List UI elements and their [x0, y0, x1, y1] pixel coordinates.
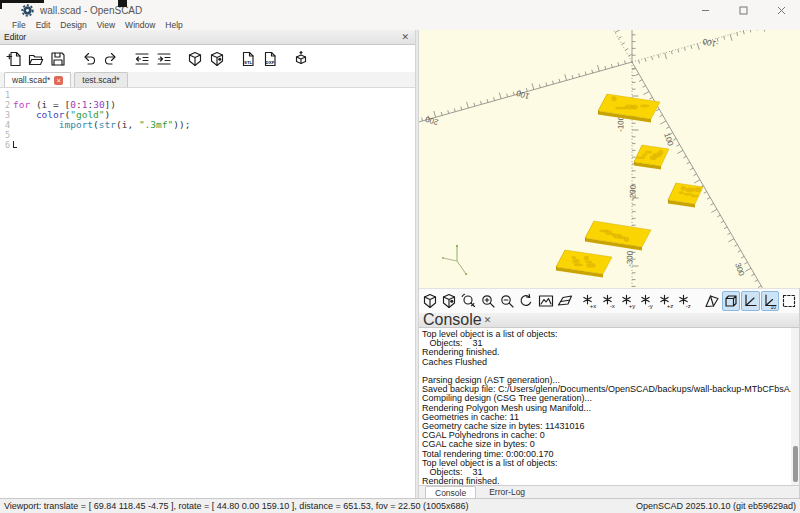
svg-text:-z: -z [686, 303, 691, 309]
view-left-button[interactable]: -x [600, 291, 618, 311]
line-number: 2 [0, 100, 13, 110]
code-line: 4 import(str(i, ".3mf")); [0, 120, 415, 130]
minimize-button[interactable] [686, 0, 724, 20]
perspective-icon [704, 293, 720, 309]
editor-close-icon[interactable]: ✕ [399, 33, 411, 42]
view-right-button[interactable]: +x [581, 291, 599, 311]
3d-viewport[interactable]: 100200-100100300-100-200-300 [419, 30, 800, 288]
editor-tab-test-scad-[interactable]: test.scad* [74, 72, 127, 87]
export-dxf-icon: DXF [262, 51, 278, 67]
bottom-tab-error-log[interactable]: Error-Log [480, 486, 534, 498]
status-bar: Viewport: translate = [ 69.84 118.45 -4.… [0, 498, 800, 513]
menu-help[interactable]: Help [160, 20, 187, 30]
show-axes-button[interactable] [741, 291, 759, 311]
line-number: 3 [0, 110, 13, 120]
console-scrollbar-thumb[interactable] [793, 446, 798, 482]
render-button[interactable] [206, 48, 228, 70]
console-close-icon[interactable]: ✕ [482, 316, 494, 325]
reset-view-button[interactable] [517, 291, 535, 311]
zoom-all-button[interactable] [459, 291, 477, 311]
editor-tab-wall-scad-[interactable]: wall.scad*× [4, 72, 71, 87]
reset-view-icon [518, 293, 534, 309]
preview-button[interactable] [184, 48, 206, 70]
zoom-out-button[interactable] [498, 291, 516, 311]
view-front-button[interactable]: +y [620, 291, 638, 311]
view-back-button[interactable]: -y [639, 291, 657, 311]
new-file-icon [6, 51, 22, 67]
axis-view-icon: -z [678, 293, 694, 309]
editor-panel-header[interactable]: Editor ✕ [0, 30, 415, 45]
viewport-status-text: Viewport: translate = [ 69.84 118.45 -4.… [4, 501, 636, 511]
code-line: 6 [0, 140, 415, 150]
version-text: OpenSCAD 2025.10.10 (git eb59629ad) [636, 501, 796, 511]
axis-tick-label: -200 [628, 184, 638, 201]
console-log[interactable]: Top level object is a list of objects: O… [419, 328, 799, 485]
code-editor[interactable]: 12for (i = [0:1:30])3 color("gold")4 imp… [0, 88, 415, 498]
menu-window[interactable]: Window [120, 20, 160, 30]
axis-view-icon: +x [582, 293, 598, 309]
screen-corner-artifact [0, 0, 44, 3]
zoom-all-icon [461, 293, 477, 309]
menu-design[interactable]: Design [55, 20, 91, 30]
svg-text:10: 10 [770, 304, 776, 310]
preview-button[interactable] [421, 291, 439, 311]
console-panel-title: Console [423, 311, 482, 329]
preview-icon [422, 293, 438, 309]
bottom-tab-console[interactable]: Console [425, 486, 476, 498]
menu-bar: FileEditDesignViewWindowHelp [0, 20, 800, 30]
new-file-button[interactable] [3, 48, 25, 70]
close-button[interactable] [762, 0, 800, 20]
axis-view-icon: +z [659, 293, 675, 309]
openscad-window: wall.scad - OpenSCAD FileEditDesignViewW… [0, 0, 800, 513]
print-3d-icon [293, 51, 309, 67]
print-3d-button[interactable] [290, 48, 312, 70]
view-all-button[interactable] [536, 291, 554, 311]
view-top-button[interactable]: +z [658, 291, 676, 311]
view-bottom-button[interactable]: -z [677, 291, 695, 311]
menu-edit[interactable]: Edit [31, 20, 56, 30]
export-dxf-button[interactable]: DXF [259, 48, 281, 70]
line-number: 4 [0, 120, 13, 130]
export-stl-button[interactable]: STL [237, 48, 259, 70]
svg-text:+x: +x [590, 303, 597, 309]
svg-text:STL: STL [244, 60, 253, 65]
tab-close-icon[interactable]: × [54, 76, 63, 85]
maximize-button[interactable] [724, 0, 762, 20]
menu-view[interactable]: View [92, 20, 120, 30]
view-gizmo-button[interactable] [780, 291, 798, 311]
undo-button[interactable] [78, 48, 100, 70]
editor-tab-bar: wall.scad*×test.scad* [0, 72, 415, 88]
code-token: str [99, 120, 116, 130]
redo-button[interactable] [100, 48, 122, 70]
menu-file[interactable]: File [7, 20, 31, 30]
editor-toolbar: STLDXF [0, 45, 415, 72]
3d-scene: 100200-100100300-100-200-300 [419, 30, 800, 288]
surface-button[interactable] [556, 291, 574, 311]
open-file-icon [28, 51, 44, 67]
openscad-logo-icon [21, 4, 34, 17]
tab-label: test.scad* [82, 75, 119, 85]
show-scale-markers-button[interactable]: 10 [761, 291, 779, 311]
unindent-button[interactable] [131, 48, 153, 70]
render-button[interactable] [440, 291, 458, 311]
text-cursor [13, 141, 17, 148]
console-panel-header[interactable]: Console ✕ [419, 313, 799, 328]
line-number: 5 [0, 130, 13, 140]
show-axes-icon [742, 293, 758, 309]
tab-label: wall.scad* [12, 75, 50, 85]
orthogonal-button[interactable] [722, 291, 740, 311]
axis-view-icon: -x [602, 293, 618, 309]
svg-text:-x: -x [609, 303, 614, 309]
svg-text:+y: +y [629, 303, 636, 309]
screen-corner-artifact [118, 0, 127, 7]
save-button[interactable] [47, 48, 69, 70]
indent-button[interactable] [153, 48, 175, 70]
open-file-button[interactable] [25, 48, 47, 70]
console-line: Rendering finished. [422, 477, 789, 485]
perspective-button[interactable] [703, 291, 721, 311]
console-scrollbar[interactable] [791, 328, 799, 485]
zoom-out-icon [499, 293, 515, 309]
zoom-in-button[interactable] [479, 291, 497, 311]
undo-icon [81, 51, 97, 67]
redo-icon [103, 51, 119, 67]
